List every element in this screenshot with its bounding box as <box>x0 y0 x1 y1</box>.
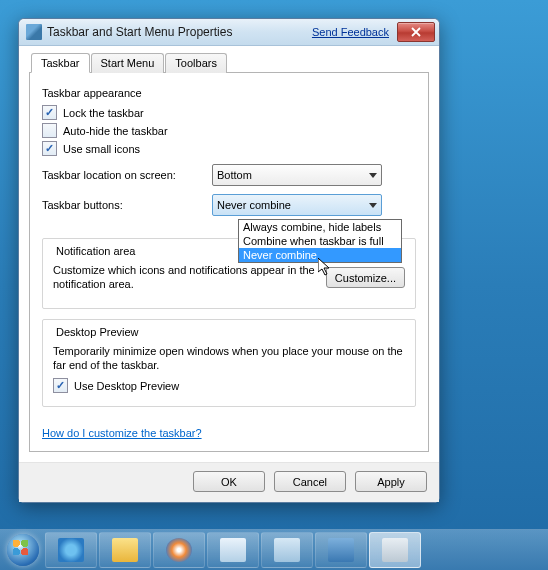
buttons-label: Taskbar buttons: <box>42 199 212 211</box>
buttons-dropdown[interactable]: Always combine, hide labels Combine when… <box>238 219 402 263</box>
send-feedback-link[interactable]: Send Feedback <box>312 26 389 38</box>
location-label: Taskbar location on screen: <box>42 169 212 181</box>
preview-legend: Desktop Preview <box>53 326 142 338</box>
tab-taskbar[interactable]: Taskbar <box>31 53 90 73</box>
taskbar-item-wmp[interactable] <box>153 532 205 568</box>
desktop-preview-label: Use Desktop Preview <box>74 380 179 392</box>
buttons-select[interactable]: Never combine <box>212 194 382 216</box>
cancel-button[interactable]: Cancel <box>274 471 346 492</box>
window-title: Taskbar and Start Menu Properties <box>47 25 312 39</box>
app-icon <box>274 538 300 562</box>
appearance-heading: Taskbar appearance <box>42 87 416 99</box>
customize-button[interactable]: Customize... <box>326 267 405 288</box>
location-row: Taskbar location on screen: Bottom <box>42 164 416 186</box>
start-orb-icon <box>7 534 39 566</box>
tab-start-menu[interactable]: Start Menu <box>91 53 165 73</box>
buttons-row: Taskbar buttons: Never combine <box>42 194 416 216</box>
properties-dialog: Taskbar and Start Menu Properties Send F… <box>18 18 440 503</box>
preview-group: Desktop Preview Temporarily minimize ope… <box>42 319 416 408</box>
apply-button[interactable]: Apply <box>355 471 427 492</box>
lock-taskbar-row: Lock the taskbar <box>42 105 416 120</box>
location-value: Bottom <box>217 169 252 181</box>
small-icons-label: Use small icons <box>63 143 140 155</box>
desktop-preview-checkbox[interactable] <box>53 378 68 393</box>
buttons-value: Never combine <box>217 199 291 211</box>
tab-toolbars[interactable]: Toolbars <box>165 53 227 73</box>
titlebar[interactable]: Taskbar and Start Menu Properties Send F… <box>19 19 439 46</box>
taskbar-item-ie[interactable] <box>45 532 97 568</box>
ok-button[interactable]: OK <box>193 471 265 492</box>
dropdown-item[interactable]: Combine when taskbar is full <box>239 234 401 248</box>
notification-legend: Notification area <box>53 245 139 257</box>
small-icons-row: Use small icons <box>42 141 416 156</box>
dialog-buttons-bar: OK Cancel Apply <box>19 462 439 502</box>
autohide-row: Auto-hide the taskbar <box>42 123 416 138</box>
app-icon <box>328 538 354 562</box>
taskbar-item-explorer[interactable] <box>99 532 151 568</box>
taskbar[interactable] <box>0 529 548 570</box>
lock-taskbar-label: Lock the taskbar <box>63 107 144 119</box>
chevron-down-icon <box>369 173 377 178</box>
window-icon <box>26 24 42 40</box>
start-button[interactable] <box>2 532 44 568</box>
help-link[interactable]: How do I customize the taskbar? <box>42 427 202 439</box>
chevron-down-icon <box>369 203 377 208</box>
ie-icon <box>58 538 84 562</box>
close-button[interactable] <box>397 22 435 42</box>
dropdown-item[interactable]: Always combine, hide labels <box>239 220 401 234</box>
autohide-checkbox[interactable] <box>42 123 57 138</box>
taskbar-item-properties[interactable] <box>369 532 421 568</box>
notepad-icon <box>220 538 246 562</box>
preview-desc: Temporarily minimize open windows when y… <box>53 344 405 373</box>
lock-taskbar-checkbox[interactable] <box>42 105 57 120</box>
location-select[interactable]: Bottom <box>212 164 382 186</box>
taskbar-item-app2[interactable] <box>261 532 313 568</box>
media-player-icon <box>166 538 192 562</box>
autohide-label: Auto-hide the taskbar <box>63 125 168 137</box>
taskbar-item-app1[interactable] <box>207 532 259 568</box>
folder-icon <box>112 538 138 562</box>
tab-strip: Taskbar Start Menu Toolbars <box>29 52 429 73</box>
close-icon <box>411 27 421 37</box>
properties-icon <box>382 538 408 562</box>
preview-check-row: Use Desktop Preview <box>53 378 405 393</box>
cursor-icon <box>318 258 334 278</box>
small-icons-checkbox[interactable] <box>42 141 57 156</box>
taskbar-item-app3[interactable] <box>315 532 367 568</box>
